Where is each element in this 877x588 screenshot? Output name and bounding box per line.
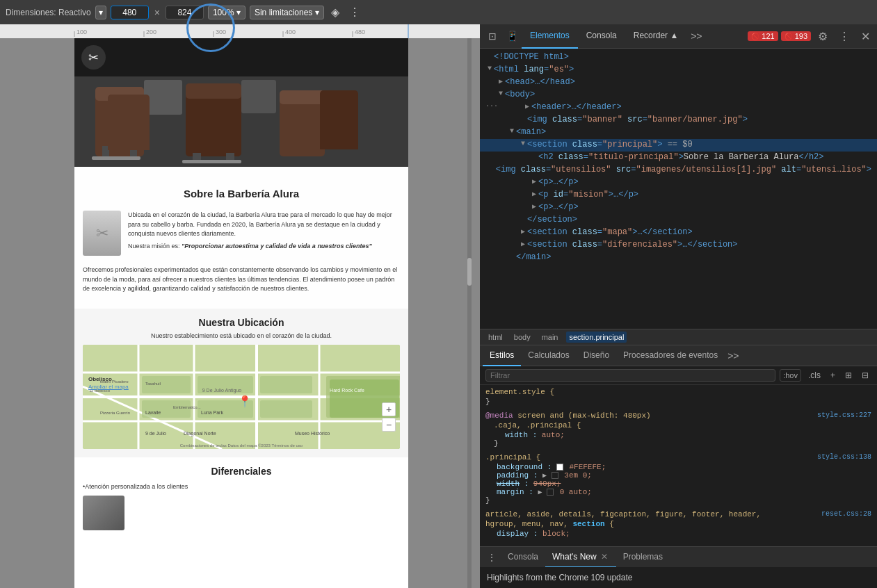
html-line-head[interactable]: <head>…</head> [480,76,877,89]
breadcrumb-html[interactable]: html [485,332,506,343]
svg-text:9 de Julio: 9 de Julio [145,431,166,436]
html-line-section-mapa[interactable]: <section class="mapa">…</section> [480,227,877,239]
tab-diseno[interactable]: Diseño [577,345,616,366]
devtools-more-button[interactable]: ⋮ [835,27,854,46]
style-link-reset[interactable]: reset.css:28 [821,510,871,518]
triangle-p2[interactable] [530,202,538,211]
map-ampliar-link[interactable]: Ampliar el mapa [88,384,129,390]
html-line-html[interactable]: <html lang="es"> [480,64,877,76]
tab-procesadores[interactable]: Procesadores de eventos [616,345,725,366]
svg-text:200: 200 [146,28,156,35]
triangle-body[interactable] [497,90,505,97]
hero-illustration [74,76,408,167]
html-line-h2[interactable]: <h2 class="titulo-principal">Sobre la Ba… [480,152,877,164]
triangle-head[interactable] [497,77,505,85]
scrollbar-thumb[interactable] [467,258,472,286]
svg-text:Hard Rock Cafe: Hard Rock Cafe [330,388,364,393]
style-link-principal[interactable]: style.css:138 [817,453,871,461]
bottom-tab-bar: ⋮ Consola What's New ✕ Problemas [480,546,877,567]
arrow-margin: ▶ [538,489,542,496]
preview-scrollbar[interactable] [467,38,472,588]
devtools-close-button[interactable]: ✕ [857,27,874,46]
html-line-main-close[interactable]: </main> [480,252,877,264]
width-input[interactable] [111,6,149,19]
toolbar-more-button[interactable]: ⋮ [346,4,363,20]
tab-estilos[interactable]: Estilos [483,345,521,366]
tab-elementos[interactable]: Elementos [522,24,578,49]
html-line-section-principal[interactable]: <section class="principal"> == $0 [480,139,877,152]
tab-recorder[interactable]: Recorder ▲ [625,24,687,49]
principal-selector: .principal { [485,453,540,462]
map-zoom-out-button[interactable]: − [382,418,396,432]
bottom-tab-whats-new[interactable]: What's New ✕ [545,547,616,568]
html-line-body[interactable]: <body> [480,89,877,101]
html-line-img-utensilios[interactable]: <img class="utensilios" src="imagenes/ut… [480,164,877,177]
pseudo-states-button[interactable]: :hov [780,369,801,382]
svg-rect-25 [144,80,182,115]
tab-calculados[interactable]: Calculados [521,345,576,366]
tab-consola[interactable]: Consola [578,24,625,49]
add-style-button[interactable]: + [828,369,838,382]
dots-header[interactable]: ··· [485,102,498,110]
devtools-settings-button[interactable]: ⚙ [814,27,832,46]
error-badge-2[interactable]: 🚫 193 [781,31,811,41]
bottom-tab-consola[interactable]: Consola [501,547,545,568]
device-toolbar-button[interactable]: 📱 [502,26,522,46]
close-dimension-button[interactable]: × [153,7,161,18]
error-icon-1: 🚫 [751,33,759,40]
devtools-html-panel[interactable]: <!DOCTYPE html> <html lang="es"> <head>…… [480,49,877,329]
bottom-content-area: Highlights from the Chrome 109 update [480,567,877,588]
expand-style-button[interactable]: ⊟ [859,369,871,382]
devtools-right-controls: 🚫 121 🚫 193 ⚙ ⋮ ✕ [748,27,874,46]
height-input[interactable] [166,6,204,19]
capture-icon[interactable]: ◈ [328,4,342,20]
style-rule-media: @media screen and (max-width: 480px) sty… [485,411,871,448]
dif-item-1: •Atención personalizada a los clientes [83,482,400,492]
breadcrumb-body[interactable]: body [511,332,533,343]
html-line-header[interactable]: ··· <header>…</header> [480,101,877,114]
style-link-media[interactable]: style.css:227 [817,411,871,419]
zoom-select[interactable]: 100% ▾ [208,6,246,19]
error-badge-1[interactable]: 🚫 121 [748,31,778,41]
svg-text:Combinaciones de teclas  Datos: Combinaciones de teclas Datos del mapa ©… [180,443,303,448]
more-tabs-button[interactable]: >> [686,26,706,46]
breadcrumb-main[interactable]: main [539,332,561,343]
triangle-header[interactable] [523,102,531,111]
color-swatch-padding [552,472,558,479]
triangle-main[interactable] [508,127,516,135]
html-line-doctype[interactable]: <!DOCTYPE html> [480,51,877,64]
breadcrumb-section-principal[interactable]: section.principal [566,332,627,343]
bottom-tab-problemas[interactable]: Problemas [616,547,670,568]
triangle-section-mapa[interactable] [519,227,527,236]
html-line-section-close[interactable]: </section> [480,214,877,227]
triangle-html[interactable] [485,65,494,72]
dimensions-dropdown[interactable]: ▾ [95,6,106,19]
map-zoom-controls: + − [382,402,396,432]
map-zoom-in-button[interactable]: + [382,402,396,416]
svg-text:📍: 📍 [238,395,252,408]
whats-new-close-button[interactable]: ✕ [600,552,609,562]
html-line-img-banner[interactable]: <img class="banner" src="banner/banner.j… [480,114,877,126]
styles-filter-input[interactable] [485,369,775,382]
triangle-section-principal[interactable] [519,140,527,147]
triangle-p1[interactable] [530,177,538,186]
bottom-tabs-more-button[interactable]: ⋮ [483,549,501,566]
preview-content-area[interactable]: ✂ [0,38,480,588]
html-line-p-mision[interactable]: <p id="mision">…</p> [480,189,877,202]
diferenciales-section: Diferenciales •Atención personalizada a … [74,457,408,539]
reset-selector: article, aside, details, figcaption, fig… [485,510,761,518]
styles-content[interactable]: element.style { } @media screen and (max… [480,385,877,546]
triangle-section-dif[interactable] [519,240,527,248]
html-line-p2[interactable]: <p>…</p> [480,202,877,214]
html-line-p1[interactable]: <p>…</p> [480,177,877,189]
preview-ruler: 100 200 300 400 480 [0,24,480,38]
html-line-main[interactable]: <main> [480,126,877,139]
styles-more-button[interactable]: >> [727,350,739,361]
triangle-p-mision[interactable] [530,190,538,198]
limitations-select[interactable]: Sin limitaciones ▾ [250,6,324,19]
new-style-button[interactable]: ⊞ [842,369,855,382]
inspect-element-button[interactable]: ⊡ [483,26,502,46]
cls-button[interactable]: .cls [805,369,823,382]
color-swatch-fefefe [556,464,563,471]
html-line-section-dif[interactable]: <section class="diferenciales">…</sectio… [480,239,877,252]
